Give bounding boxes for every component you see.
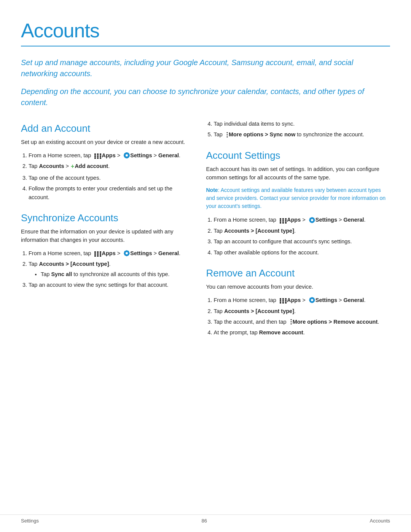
svg-rect-72 — [312, 297, 312, 298]
svg-rect-14 — [124, 155, 125, 156]
svg-rect-65 — [282, 300, 284, 302]
svg-point-41 — [226, 136, 228, 137]
remove-account-section: Remove an Account You can remove account… — [206, 267, 390, 337]
svg-point-10 — [126, 154, 128, 157]
footer-right: Accounts — [370, 518, 390, 524]
add-step-1: From a Home screen, tap — [29, 151, 187, 160]
as-step-4: Tap other available options for the acco… — [214, 248, 390, 257]
sync-step-5: Tap More options > Sync now to synchroni… — [214, 130, 390, 139]
settings-icon-3 — [309, 217, 315, 223]
account-settings-section: Account Settings Each account has its ow… — [206, 150, 390, 257]
svg-rect-27 — [97, 255, 99, 257]
title-divider — [21, 46, 390, 46]
svg-rect-12 — [126, 152, 127, 153]
apps-icon-3 — [280, 217, 287, 223]
settings-icon — [124, 152, 130, 158]
add-account-heading: Add an Account — [21, 123, 187, 134]
apps-icon-4 — [280, 297, 287, 303]
svg-rect-24 — [97, 253, 99, 255]
page-title: Accounts — [21, 19, 390, 42]
svg-rect-33 — [124, 253, 125, 254]
svg-rect-63 — [285, 298, 287, 300]
svg-rect-42 — [280, 218, 281, 220]
svg-rect-7 — [97, 157, 99, 159]
svg-rect-25 — [100, 253, 101, 255]
svg-rect-31 — [126, 250, 127, 251]
svg-rect-15 — [129, 155, 130, 156]
intro-para2: Depending on the account, you can choose… — [21, 86, 390, 108]
svg-rect-43 — [282, 218, 284, 220]
svg-rect-1 — [97, 153, 99, 155]
sync-steps-cont: Tap individual data items to sync. Tap M… — [206, 120, 390, 139]
as-step-3: Tap an account to configure that account… — [214, 237, 390, 246]
add-account-steps: From a Home screen, tap — [21, 151, 187, 202]
sync-continuation: Tap individual data items to sync. Tap M… — [206, 120, 390, 139]
ra-step-1: From a Home screen, tap — [214, 296, 390, 304]
svg-rect-75 — [314, 300, 315, 300]
footer-center: 86 — [202, 518, 207, 524]
remove-account-heading: Remove an Account — [206, 267, 390, 279]
account-settings-note: Note: Account settings and available fea… — [206, 186, 390, 210]
two-col-layout: Add an Account Set up an existing accoun… — [21, 120, 390, 348]
sync-step-1: From a Home screen, tap — [29, 249, 187, 257]
sync-step-3: Tap an account to view the sync settings… — [29, 281, 187, 289]
add-step-3: Tap one of the account types. — [29, 174, 187, 182]
svg-point-30 — [126, 252, 128, 254]
sync-accounts-heading: Synchronize Accounts — [21, 212, 187, 224]
svg-rect-26 — [94, 255, 96, 257]
svg-rect-53 — [312, 217, 312, 218]
account-settings-desc: Each account has its own set of settings… — [206, 165, 390, 182]
svg-rect-56 — [314, 220, 315, 220]
add-account-desc: Set up an existing account on your devic… — [21, 138, 187, 147]
as-step-1: From a Home screen, tap — [214, 216, 390, 224]
plus-icon: + — [71, 162, 74, 171]
svg-rect-73 — [312, 302, 312, 303]
more-options-icon-2 — [290, 319, 292, 325]
svg-rect-8 — [100, 157, 101, 159]
svg-rect-6 — [94, 157, 96, 159]
sync-accounts-desc: Ensure that the information on your devi… — [21, 228, 187, 244]
svg-rect-66 — [285, 300, 287, 302]
svg-rect-67 — [280, 302, 281, 304]
apps-icon — [94, 153, 101, 158]
svg-rect-21 — [97, 251, 99, 253]
apps-icon-2 — [94, 251, 101, 256]
svg-rect-50 — [285, 222, 287, 224]
footer-left: Settings — [21, 518, 39, 524]
svg-rect-44 — [285, 218, 287, 220]
svg-point-40 — [226, 134, 228, 135]
svg-point-52 — [311, 219, 313, 221]
page-footer: Settings 86 Accounts — [0, 514, 411, 524]
svg-rect-22 — [100, 251, 101, 253]
svg-rect-46 — [282, 220, 284, 222]
svg-point-81 — [290, 321, 292, 323]
svg-rect-55 — [309, 220, 310, 220]
ra-step-2: Tap Accounts > [Account type]. — [214, 307, 390, 315]
add-step-4: Follow the prompts to enter your credent… — [29, 184, 187, 201]
right-column: Tap individual data items to sync. Tap M… — [206, 120, 390, 348]
svg-rect-61 — [280, 298, 281, 300]
sync-accounts-section: Synchronize Accounts Ensure that the inf… — [21, 212, 187, 289]
account-settings-heading: Account Settings — [206, 150, 390, 161]
ra-step-4: At the prompt, tap Remove account. — [214, 328, 390, 337]
svg-rect-45 — [280, 220, 281, 222]
svg-rect-34 — [129, 253, 130, 254]
svg-rect-32 — [126, 255, 127, 256]
remove-steps: From a Home screen, tap — [206, 296, 390, 337]
intro-para1: Set up and manage accounts, including yo… — [21, 57, 390, 79]
settings-icon-4 — [309, 297, 315, 303]
add-step-2: Tap Accounts > +Add account. — [29, 162, 187, 171]
svg-rect-28 — [100, 255, 101, 257]
left-column: Add an Account Set up an existing accoun… — [21, 120, 187, 348]
sync-step-4: Tap individual data items to sync. — [214, 120, 390, 128]
svg-rect-3 — [94, 155, 96, 157]
sync-steps: From a Home screen, tap — [21, 249, 187, 289]
svg-rect-69 — [285, 302, 287, 304]
svg-rect-4 — [97, 155, 99, 157]
remove-account-desc: You can remove accounts from your device… — [206, 283, 390, 291]
svg-rect-48 — [280, 222, 281, 224]
svg-rect-64 — [280, 300, 281, 302]
svg-rect-47 — [285, 220, 287, 222]
svg-rect-49 — [282, 222, 284, 224]
svg-rect-13 — [126, 157, 127, 158]
